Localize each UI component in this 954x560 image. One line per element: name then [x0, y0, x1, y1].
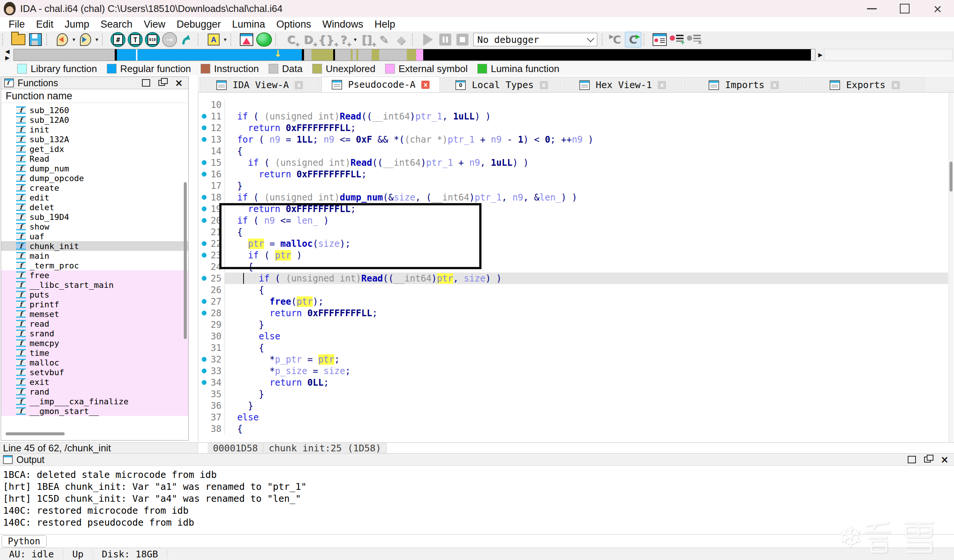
code-line-38[interactable]: 38 { — [198, 423, 948, 434]
return-jump-button[interactable] — [179, 32, 194, 47]
breakpoint-gutter[interactable] — [201, 380, 207, 385]
code-text[interactable]: ptr = malloc(size); — [225, 238, 948, 249]
function-row[interactable]: frand — [1, 387, 188, 397]
code-text[interactable]: { — [225, 145, 948, 157]
breakpoint-gutter[interactable] — [201, 137, 207, 142]
code-text[interactable]: if ( (unsigned int)dump_num(&size, (__in… — [225, 191, 948, 203]
code-text[interactable]: *p_size = size; — [225, 365, 948, 377]
colors-window-button[interactable] — [239, 32, 254, 47]
breakpoint-gutter[interactable] — [201, 126, 207, 130]
code-line-22[interactable]: 22 ptr = malloc(size); — [198, 238, 948, 249]
code-text[interactable]: else — [225, 330, 948, 342]
jump-to-binary-button[interactable]: 010 — [145, 32, 160, 47]
function-row[interactable]: fsub_132A — [1, 134, 188, 144]
code-text[interactable]: if ( (unsigned int)Read((__int64)ptr_1, … — [225, 110, 948, 122]
function-row[interactable]: fedit — [1, 193, 188, 202]
function-row[interactable]: fcreate — [1, 183, 188, 193]
function-row[interactable]: fdelet — [1, 202, 188, 212]
menu-edit[interactable]: Edit — [31, 19, 59, 30]
function-row[interactable]: fmemcpy — [1, 338, 188, 348]
forward-dropdown[interactable]: ▾ — [96, 36, 98, 43]
create-array-button[interactable]: []+ — [359, 32, 374, 47]
debug-pause-button[interactable] — [438, 32, 453, 47]
run-script-button[interactable]: C▶ — [625, 32, 641, 47]
function-row[interactable]: fdump_num — [1, 163, 188, 173]
band-scroll-right-icon[interactable]: ▶ — [5, 55, 10, 61]
pseudocode-scrollbar-track[interactable] — [948, 93, 953, 442]
pseudocode-scrollbar-thumb[interactable] — [949, 162, 952, 191]
function-row[interactable]: f__libc_start_main — [1, 280, 188, 290]
code-line-31[interactable]: 31 { — [198, 342, 948, 353]
code-line-18[interactable]: 18 if ( (unsigned int)dump_num(&size, (_… — [198, 191, 948, 203]
function-row[interactable]: fshow — [1, 222, 188, 232]
menu-windows[interactable]: Windows — [317, 19, 369, 30]
code-line-14[interactable]: 14 { — [198, 145, 948, 157]
debug-start-button[interactable] — [421, 32, 435, 47]
function-row[interactable]: fmalloc — [1, 358, 188, 367]
menu-help[interactable]: Help — [369, 19, 401, 30]
code-text[interactable]: else — [225, 411, 948, 423]
breakpoint-gutter[interactable] — [201, 114, 207, 119]
jump-to-address-button[interactable]: # — [111, 32, 126, 47]
lumina-button[interactable] — [256, 32, 272, 47]
open-file-button[interactable] — [11, 32, 26, 47]
code-text[interactable]: if ( (unsigned int)Read((__int64)ptr, si… — [225, 272, 948, 284]
functions-maximize-button[interactable] — [140, 78, 153, 88]
code-line-10[interactable]: 10 — [198, 99, 948, 110]
code-line-25[interactable]: 25 if ( (unsigned int)Read((__int64)ptr,… — [198, 272, 948, 284]
code-text[interactable]: return 0xFFFFFFFFLL; — [225, 307, 948, 319]
code-text[interactable] — [225, 99, 948, 110]
code-line-27[interactable]: 27 free(ptr); — [198, 296, 948, 307]
menu-jump[interactable]: Jump — [59, 19, 95, 30]
function-row[interactable]: f__gmon_start__ — [1, 406, 188, 416]
code-line-20[interactable]: 20 if ( n9 <= len_ ) — [198, 215, 948, 226]
add-breakpoint-button[interactable]: + — [669, 32, 684, 47]
function-row[interactable]: fsetvbuf — [1, 367, 188, 377]
code-line-15[interactable]: 15 if ( (unsigned int)Read((__int64)ptr_… — [198, 157, 948, 168]
code-text[interactable]: } — [225, 388, 948, 400]
create-unknown-button[interactable]: ?+ — [336, 32, 351, 47]
breakpoint-gutter[interactable] — [201, 172, 207, 177]
code-text[interactable]: if ( (unsigned int)Read((__int64)ptr_1 +… — [225, 157, 948, 168]
code-line-12[interactable]: 12 return 0xFFFFFFFFLL; — [198, 122, 948, 134]
breakpoint-gutter[interactable] — [201, 253, 207, 258]
functions-column-header[interactable]: Function name — [1, 89, 188, 103]
breakpoint-gutter[interactable] — [201, 369, 207, 373]
tab-close-icon[interactable]: x — [295, 81, 303, 89]
breakpoint-gutter[interactable] — [201, 357, 207, 362]
function-row[interactable]: fputs — [1, 290, 188, 299]
code-text[interactable]: } — [225, 180, 948, 191]
disable-breakpoint-button[interactable]: × — [687, 32, 701, 47]
back-dropdown[interactable]: ▾ — [72, 36, 75, 43]
code-line-17[interactable]: 17 } — [198, 180, 948, 191]
output-close-button[interactable]: × — [938, 454, 951, 465]
code-line-33[interactable]: 33 *p_size = size; — [198, 365, 948, 377]
breakpoint-gutter[interactable] — [201, 241, 207, 246]
code-line-34[interactable]: 34 return 0LL; — [198, 377, 948, 388]
code-line-28[interactable]: 28 return 0xFFFFFFFFLL; — [198, 307, 948, 319]
code-line-23[interactable]: 23 if ( ptr ) — [198, 249, 948, 261]
function-row[interactable]: fmain — [1, 251, 188, 261]
function-row[interactable]: fprintf — [1, 299, 188, 309]
code-text[interactable]: { — [225, 342, 948, 353]
save-file-button[interactable] — [28, 32, 43, 47]
breakpoint-gutter[interactable] — [201, 207, 207, 211]
breakpoint-gutter[interactable] — [201, 218, 207, 223]
tab-close-icon[interactable]: x — [771, 81, 779, 89]
output-maximize-button[interactable] — [906, 454, 918, 465]
code-text[interactable]: if ( n9 <= len_ ) — [225, 215, 948, 226]
code-text[interactable]: { — [225, 284, 948, 296]
tab-close-icon[interactable]: x — [421, 81, 430, 89]
function-row[interactable]: f__imp___cxa_finalize — [1, 397, 188, 406]
code-text[interactable]: return 0xFFFFFFFFLL; — [225, 203, 948, 215]
code-line-32[interactable]: 32 *p_ptr = ptr; — [198, 353, 948, 365]
menu-view[interactable]: View — [138, 19, 171, 30]
function-row[interactable]: fread — [1, 319, 188, 328]
code-line-24[interactable]: 24 { — [198, 261, 948, 272]
code-text[interactable]: return 0xFFFFFFFFLL; — [225, 122, 948, 134]
text-search-dropdown[interactable]: ▾ — [224, 36, 227, 43]
navigate-forward-button[interactable] — [78, 32, 93, 47]
breakpoint-list-button[interactable] — [652, 32, 667, 47]
function-row[interactable]: fexit — [1, 377, 188, 387]
band-scroll-left-icon[interactable]: ◀ — [5, 49, 10, 54]
